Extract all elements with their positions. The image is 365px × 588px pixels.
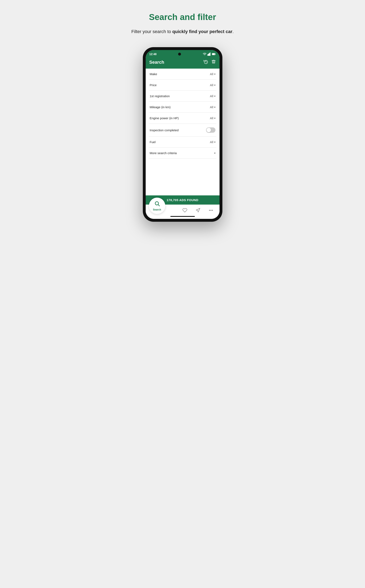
history-icon[interactable] (204, 59, 208, 65)
svg-rect-5 (212, 53, 214, 55)
toggle-knob (206, 128, 211, 132)
filter-price-value: All (210, 83, 213, 87)
svg-rect-2 (209, 53, 210, 56)
filter-price-value-wrap: All ▾ (210, 83, 215, 87)
filter-fuel[interactable]: Fuel All ▾ (149, 136, 216, 148)
chevron-down-icon: ▾ (214, 117, 215, 120)
filter-engine[interactable]: Engine power (in HP) All ▾ (149, 113, 216, 124)
search-nav-icon (154, 201, 160, 208)
filter-inspection-label: Inspection completed (150, 129, 179, 132)
filter-list: Make All ▾ Price All ▾ 1st regis (146, 69, 219, 159)
filter-mileage-value: All (210, 105, 213, 109)
filter-registration[interactable]: 1st registration All ▾ (149, 91, 216, 102)
filter-mileage-label: Mileage (in km) (150, 105, 171, 109)
filter-fuel-value: All (210, 140, 213, 144)
filter-make-value-wrap: All ▾ (210, 72, 215, 76)
app-header-title: Search (149, 60, 164, 65)
battery-icon (212, 52, 216, 56)
camera-notch (178, 53, 181, 56)
wifi-icon (203, 52, 206, 56)
trash-icon[interactable] (211, 59, 216, 65)
chevron-down-icon: ▾ (214, 84, 215, 86)
subtitle-plain: Filter your search to (131, 29, 172, 34)
app-header: Search (146, 57, 219, 69)
filter-more-label: More search criteria (150, 151, 177, 155)
heart-icon (182, 208, 187, 213)
status-icons (203, 52, 216, 56)
home-indicator (146, 216, 219, 219)
page-title: Search and filter (149, 12, 216, 22)
subtitle-end: . (232, 29, 234, 34)
chevron-down-icon: ▾ (214, 106, 215, 109)
filter-make[interactable]: Make All ▾ (149, 69, 216, 80)
filter-mileage-value-wrap: All ▾ (210, 105, 215, 109)
page-subtitle: Filter your search to quickly find your … (131, 28, 234, 35)
svg-point-10 (211, 210, 211, 211)
nav-more[interactable] (209, 208, 213, 213)
nav-alerts[interactable] (196, 208, 200, 213)
filter-make-label: Make (150, 72, 157, 76)
filter-fuel-label: Fuel (150, 140, 156, 144)
search-nav-button[interactable]: Search (149, 198, 165, 214)
chevron-down-icon: ▾ (214, 95, 215, 98)
page-wrapper: Search and filter Filter your search to … (126, 12, 240, 222)
status-time: 12:48 (149, 52, 157, 56)
content-space (146, 159, 219, 195)
subtitle-bold: quickly find your perfect car (172, 29, 232, 34)
filter-engine-value-wrap: All ▾ (210, 116, 215, 120)
chevron-down-icon: ▾ (214, 141, 215, 143)
chevron-down-icon: ▾ (214, 152, 215, 155)
filter-registration-label: 1st registration (150, 94, 170, 98)
home-bar (170, 216, 195, 217)
search-nav-label: Search (153, 208, 161, 211)
filter-registration-value: All (210, 94, 213, 98)
ellipsis-icon (209, 208, 213, 213)
svg-rect-3 (210, 53, 210, 56)
nav-favorites[interactable] (182, 208, 187, 213)
filter-mileage[interactable]: Mileage (in km) All ▾ (149, 102, 216, 113)
svg-line-8 (158, 205, 159, 206)
filter-registration-value-wrap: All ▾ (210, 94, 215, 98)
svg-point-11 (212, 210, 213, 211)
filter-engine-value: All (210, 116, 213, 120)
filter-fuel-value-wrap: All ▾ (210, 140, 215, 144)
filter-more[interactable]: More search criteria ▾ (149, 148, 216, 159)
svg-point-9 (209, 210, 210, 211)
phone-frame: 12:48 (143, 47, 222, 222)
filter-price[interactable]: Price All ▾ (149, 80, 216, 91)
signal-icon (207, 52, 211, 56)
svg-rect-1 (208, 54, 209, 56)
svg-rect-0 (208, 55, 208, 56)
bottom-nav: Search (146, 205, 219, 216)
header-actions (204, 59, 216, 65)
filter-price-label: Price (150, 83, 157, 87)
chevron-down-icon: ▾ (214, 73, 215, 76)
status-bar: 12:48 (146, 50, 219, 57)
inspection-toggle[interactable] (206, 127, 215, 133)
phone-screen: 12:48 (146, 50, 219, 219)
filter-inspection[interactable]: Inspection completed (149, 124, 216, 136)
filter-engine-label: Engine power (in HP) (150, 116, 179, 120)
filter-make-value: All (210, 72, 213, 76)
megaphone-icon (196, 208, 200, 213)
